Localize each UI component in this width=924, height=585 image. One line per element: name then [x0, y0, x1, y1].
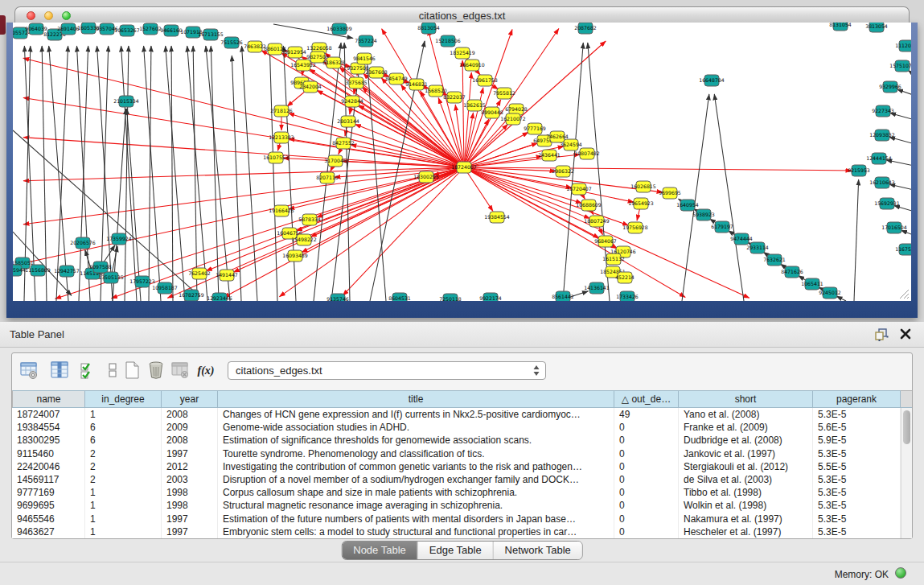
- table-cell: 49: [614, 408, 679, 421]
- function-builder-glyph: f(x): [198, 365, 215, 377]
- table-settings-icon[interactable]: [18, 360, 39, 382]
- function-builder-icon[interactable]: f(x): [195, 360, 216, 382]
- graph-edge: [462, 60, 464, 167]
- table-cell: 5.3E-5: [813, 499, 901, 512]
- column-header-out-de-[interactable]: △ out_de…: [614, 390, 679, 408]
- table-row[interactable]: 1456911722003Disruption of a novel membe…: [12, 473, 912, 486]
- table-cell: 5.3E-5: [813, 525, 901, 538]
- close-panel-icon[interactable]: [900, 328, 911, 340]
- table-row[interactable]: 946362711997Embryonic stem cells: a mode…: [12, 525, 912, 538]
- column-header-in-degree[interactable]: in_degree: [85, 390, 162, 408]
- table-body: 1872400712008Changes of HCN gene express…: [12, 408, 912, 538]
- graph-node-label: 7625402: [188, 270, 211, 276]
- table-cell: 5.3E-5: [813, 473, 901, 486]
- graph-node-label: 8131054: [829, 23, 852, 27]
- float-panel-icon[interactable]: [875, 328, 889, 341]
- graph-node-label: 1733426: [616, 294, 639, 299]
- column-header-year[interactable]: year: [162, 390, 218, 408]
- graph-node-label: 12444154: [866, 155, 892, 161]
- table-cell: Dudbridge et al. (2008): [679, 434, 813, 447]
- graph-edge: [886, 160, 911, 167]
- column-visibility-icon[interactable]: [49, 360, 70, 382]
- table-chooser-value: citations_edges.txt: [236, 365, 322, 377]
- table-cell: 19384554: [12, 421, 85, 434]
- node-table: namein_degreeyeartitle△ out_de…shortpage…: [12, 390, 912, 538]
- graph-node-label: 7462664: [546, 134, 569, 139]
- graph-node-label: 2933114: [746, 245, 769, 250]
- table-cell: Hescheler et al. (1997): [679, 525, 813, 538]
- graph-node-label: 5878334: [298, 216, 321, 222]
- column-header-name[interactable]: name: [12, 390, 85, 408]
- graph-node-label: 20206576: [70, 240, 96, 245]
- column-header-short[interactable]: short: [679, 390, 813, 408]
- graph-node-label: 9064039: [25, 26, 47, 31]
- graph-node-label: 9466160: [160, 27, 183, 33]
- delete-column-icon[interactable]: [170, 360, 191, 382]
- deselect-all-icon[interactable]: [102, 360, 123, 382]
- table-cell: Disruption of a novel member of a sodium…: [218, 473, 614, 486]
- table-row[interactable]: 1938455462009Genome-wide association stu…: [12, 421, 912, 434]
- window-resize-grip[interactable]: [897, 286, 910, 299]
- table-cell: 0: [614, 513, 679, 525]
- table-cell: 22420046: [12, 460, 85, 473]
- network-window-frame: 4055724906403981222762691406160533893570…: [6, 23, 918, 318]
- scrollbar-thumb[interactable]: [903, 410, 910, 444]
- graph-node-label: 8604531: [388, 295, 411, 301]
- graph-node-label: 16210072: [500, 116, 526, 122]
- tab-edge-table[interactable]: Edge Table: [418, 542, 494, 559]
- table-cell: Structural magnetic resonance image aver…: [218, 499, 614, 512]
- table-chooser-dropdown[interactable]: citations_edges.txt: [228, 361, 546, 380]
- table-cell: 5.6E-5: [813, 421, 901, 434]
- table-cell: 2008: [162, 434, 218, 447]
- graph-node-label: 8471626: [781, 269, 803, 274]
- table-cell: 5.5E-5: [813, 460, 901, 473]
- table-row[interactable]: 977716911998Corpus callosum shape and si…: [12, 486, 912, 499]
- table-cell: Franke et al. (2009): [679, 421, 813, 434]
- table-cell: 2012: [162, 460, 218, 473]
- delete-table-icon[interactable]: [146, 360, 166, 382]
- table-cell: 9465546: [12, 513, 85, 525]
- memory-status-label[interactable]: Memory: OK: [835, 569, 889, 580]
- table-row[interactable]: 1830029562008Estimation of significance …: [12, 434, 912, 447]
- table-row[interactable]: 969969511998Structural magnetic resonanc…: [12, 499, 912, 512]
- new-table-icon[interactable]: [121, 360, 142, 382]
- table-cell: 2003: [162, 473, 218, 486]
- graph-edge: [464, 167, 749, 298]
- graph-node-label: 9227343: [872, 108, 894, 113]
- window-titlebar[interactable]: citations_edges.txt: [14, 6, 910, 23]
- table-cell: 6: [85, 421, 162, 434]
- table-row[interactable]: 2242004622012Investigating the contribut…: [12, 460, 912, 473]
- graph-node-label: 9827508: [306, 54, 329, 60]
- table-cell: 9777169: [12, 486, 85, 499]
- vertical-scrollbar[interactable]: [901, 408, 912, 538]
- column-header-title[interactable]: title: [218, 390, 614, 408]
- graph-node-label: 1362615: [463, 102, 486, 108]
- memory-status-indicator[interactable]: [895, 567, 906, 579]
- graph-node-label: 6794028: [505, 106, 528, 112]
- window-title: citations_edges.txt: [15, 10, 909, 22]
- table-cell: 1997: [162, 447, 218, 460]
- graph-node-label: 8813054: [417, 25, 440, 31]
- network-canvas[interactable]: 4055724906403981222762691406160533893570…: [13, 23, 911, 301]
- graph-node-label: 19166425: [269, 208, 294, 213]
- dropdown-stepper-icon: [531, 363, 542, 378]
- graph-edge: [714, 94, 744, 301]
- tab-network-table[interactable]: Network Table: [494, 542, 582, 559]
- network-graph[interactable]: 4055724906403981222762691406160533893570…: [13, 23, 911, 301]
- column-header-pagerank[interactable]: pagerank: [813, 390, 901, 408]
- graph-edge: [42, 46, 47, 301]
- table-cell: 1: [85, 408, 162, 421]
- table-row[interactable]: 946554611997Estimation of the future num…: [12, 513, 912, 525]
- table-row[interactable]: 911546021997Tourette syndrome. Phenomeno…: [12, 447, 912, 460]
- graph-node-label: 9245012: [819, 290, 841, 295]
- tab-node-table[interactable]: Node Table: [342, 542, 418, 559]
- graph-node-label: 17016504: [881, 225, 907, 230]
- graph-node-label: 10653267: [114, 27, 140, 33]
- table-cell: 0: [614, 486, 679, 499]
- graph-node-label: 18807249: [584, 218, 610, 224]
- graph-edge: [890, 113, 911, 121]
- table-row[interactable]: 1872400712008Changes of HCN gene express…: [12, 408, 912, 421]
- select-all-icon[interactable]: [78, 360, 99, 382]
- table-cell: 0: [614, 421, 679, 434]
- table-cell: 1: [85, 499, 162, 512]
